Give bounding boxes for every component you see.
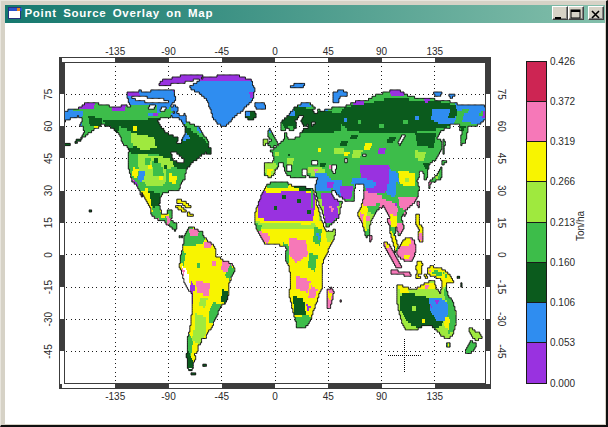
svg-text:0: 0: [496, 252, 507, 258]
svg-text:90: 90: [376, 46, 388, 57]
svg-text:90: 90: [376, 391, 388, 402]
svg-text:135: 135: [426, 391, 443, 402]
svg-text:-15: -15: [43, 279, 54, 294]
svg-text:-45: -45: [43, 344, 54, 359]
svg-text:0.319: 0.319: [550, 136, 575, 147]
svg-text:0: 0: [272, 391, 278, 402]
svg-text:75: 75: [496, 89, 507, 101]
svg-text:135: 135: [426, 46, 443, 57]
svg-text:-135: -135: [105, 46, 125, 57]
svg-text:0.372: 0.372: [550, 96, 575, 107]
svg-text:-30: -30: [496, 312, 507, 327]
svg-text:15: 15: [43, 217, 54, 229]
svg-text:30: 30: [43, 185, 54, 197]
svg-text:0.053: 0.053: [550, 337, 575, 348]
svg-text:15: 15: [496, 217, 507, 229]
svg-text:30: 30: [496, 185, 507, 197]
svg-text:-45: -45: [215, 391, 230, 402]
svg-text:-90: -90: [161, 46, 176, 57]
svg-text:45: 45: [43, 152, 54, 164]
svg-text:-45: -45: [496, 344, 507, 359]
svg-text:45: 45: [323, 46, 335, 57]
svg-text:0.426: 0.426: [550, 56, 575, 67]
svg-text:0.213: 0.213: [550, 217, 575, 228]
svg-text:0: 0: [272, 46, 278, 57]
svg-text:0.266: 0.266: [550, 176, 575, 187]
svg-text:0.160: 0.160: [550, 257, 575, 268]
svg-text:0: 0: [43, 252, 54, 258]
svg-text:-90: -90: [161, 391, 176, 402]
svg-text:-30: -30: [43, 312, 54, 327]
svg-text:60: 60: [496, 121, 507, 133]
svg-text:Ton/ha: Ton/ha: [575, 211, 586, 241]
svg-text:-45: -45: [215, 46, 230, 57]
svg-text:-135: -135: [105, 391, 125, 402]
svg-text:75: 75: [43, 88, 54, 100]
svg-text:0.000: 0.000: [550, 378, 575, 389]
svg-text:0.106: 0.106: [550, 297, 575, 308]
svg-text:45: 45: [496, 153, 507, 165]
svg-text:45: 45: [323, 391, 335, 402]
svg-text:-15: -15: [496, 280, 507, 295]
svg-text:60: 60: [43, 120, 54, 132]
